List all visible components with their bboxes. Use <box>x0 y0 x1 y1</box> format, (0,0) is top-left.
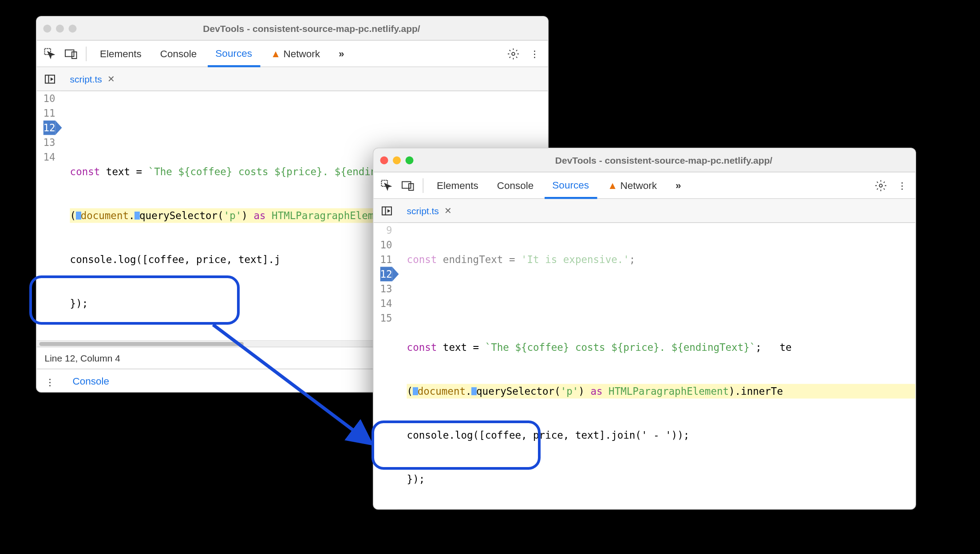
tab-network[interactable]: ▲ Network <box>263 40 328 67</box>
file-tab-script[interactable]: script.ts ✕ <box>403 199 456 223</box>
more-tabs-icon[interactable]: » <box>668 172 689 199</box>
kebab-icon[interactable]: ⋮ <box>41 372 59 391</box>
line-gutter: 9 10 11 12 13 14 15 <box>374 223 398 510</box>
gear-icon[interactable] <box>504 44 523 63</box>
svg-rect-1 <box>65 50 74 56</box>
code-lines: const endingText = 'It is expensive.'; c… <box>398 223 916 510</box>
maximize-window-icon[interactable] <box>69 24 77 32</box>
traffic-lights <box>380 156 414 164</box>
devtools-window-after: DevTools - consistent-source-map-pc.netl… <box>373 148 916 510</box>
svg-rect-12 <box>402 181 411 188</box>
tab-console[interactable]: Console <box>489 172 542 199</box>
titlebar[interactable]: DevTools - consistent-source-map-pc.netl… <box>374 149 916 173</box>
device-toggle-icon[interactable] <box>62 44 81 63</box>
main-tabbar: Elements Console Sources ▲ Network » ⋮ <box>374 173 916 199</box>
navigator-toggle-icon[interactable] <box>378 201 396 220</box>
window-title: DevTools - consistent-source-map-pc.netl… <box>82 23 541 34</box>
close-icon[interactable]: ✕ <box>444 206 452 216</box>
tab-network[interactable]: ▲ Network <box>600 172 665 199</box>
minimize-window-icon[interactable] <box>56 24 64 32</box>
warning-icon: ▲ <box>608 180 617 191</box>
inspect-icon[interactable] <box>378 176 396 195</box>
cursor-position: Line 12, Column 4 <box>45 353 120 363</box>
minimize-window-icon[interactable] <box>393 156 401 164</box>
gear-icon[interactable] <box>872 176 890 195</box>
separator <box>86 46 87 61</box>
tab-elements[interactable]: Elements <box>429 172 486 199</box>
kebab-icon[interactable]: ⋮ <box>526 44 544 63</box>
file-name: script.ts <box>70 74 102 84</box>
kebab-icon[interactable]: ⋮ <box>893 176 912 195</box>
tab-sources[interactable]: Sources <box>544 173 597 199</box>
tab-console[interactable]: Console <box>152 40 205 67</box>
file-tabbar: script.ts ✕ <box>374 199 916 223</box>
drawer-tab-console[interactable]: Console <box>65 369 118 393</box>
maximize-window-icon[interactable] <box>406 156 414 164</box>
warning-icon: ▲ <box>271 48 281 59</box>
close-window-icon[interactable] <box>43 24 51 32</box>
svg-point-3 <box>512 52 515 55</box>
main-tabbar: Elements Console Sources ▲ Network » ⋮ <box>37 41 548 67</box>
tab-network-label: Network <box>283 48 320 59</box>
close-icon[interactable]: ✕ <box>107 74 115 84</box>
window-title: DevTools - consistent-source-map-pc.netl… <box>419 155 909 165</box>
traffic-lights <box>43 24 77 32</box>
inspect-icon[interactable] <box>41 44 59 63</box>
line-gutter: 10 11 12 13 14 <box>37 91 61 340</box>
file-tabbar: script.ts ✕ <box>37 67 548 91</box>
navigator-toggle-icon[interactable] <box>41 70 59 88</box>
code-editor[interactable]: 9 10 11 12 13 14 15 const endingText = '… <box>374 223 916 510</box>
svg-point-14 <box>879 184 882 187</box>
file-tab-script[interactable]: script.ts ✕ <box>66 67 119 91</box>
close-window-icon[interactable] <box>380 156 388 164</box>
titlebar[interactable]: DevTools - consistent-source-map-pc.netl… <box>37 17 548 41</box>
device-toggle-icon[interactable] <box>399 176 418 195</box>
scroll-thumb[interactable] <box>40 342 244 346</box>
tab-elements[interactable]: Elements <box>92 40 150 67</box>
tab-network-label: Network <box>620 180 657 191</box>
file-name: script.ts <box>407 205 439 216</box>
more-tabs-icon[interactable]: » <box>331 40 352 67</box>
tab-sources[interactable]: Sources <box>207 41 260 67</box>
